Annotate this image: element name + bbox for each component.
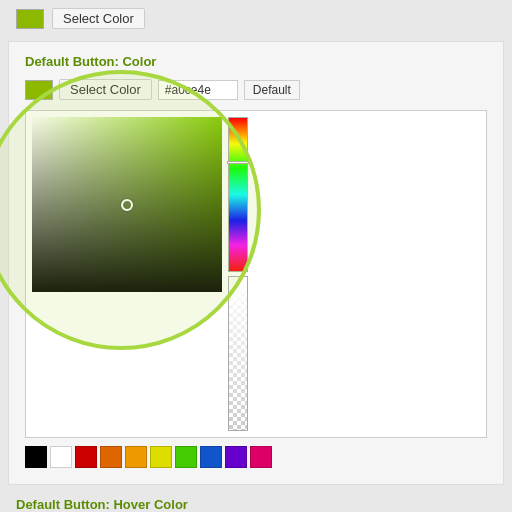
picker-select-color-button[interactable]: Select Color	[59, 79, 152, 100]
top-color-row: Select Color	[0, 0, 512, 37]
picker-swatch[interactable]	[25, 80, 53, 100]
color-swatches-row	[25, 446, 487, 468]
top-select-color-button[interactable]: Select Color	[52, 8, 145, 29]
panel-title: Default Button: Color	[25, 54, 487, 69]
swatch-green[interactable]	[175, 446, 197, 468]
top-color-swatch[interactable]	[16, 9, 44, 29]
hover-title: Default Button: Hover Color	[16, 497, 496, 512]
gradient-canvas[interactable]	[32, 117, 222, 292]
default-button[interactable]: Default	[244, 80, 300, 100]
main-color-panel: Default Button: Color Select Color Defau…	[8, 41, 504, 485]
swatch-white[interactable]	[50, 446, 72, 468]
hex-input[interactable]	[158, 80, 238, 100]
swatch-orange[interactable]	[125, 446, 147, 468]
alpha-strip[interactable]	[228, 276, 248, 431]
swatch-black[interactable]	[25, 446, 47, 468]
gradient-bg[interactable]	[32, 117, 222, 292]
hue-indicator	[227, 161, 249, 164]
swatch-blue[interactable]	[200, 446, 222, 468]
swatch-yellow[interactable]	[150, 446, 172, 468]
hue-strip-container	[228, 117, 248, 431]
page-container: Select Color Default Button: Color Selec…	[0, 0, 512, 512]
color-picker-area	[25, 110, 487, 438]
swatch-dark-orange[interactable]	[100, 446, 122, 468]
swatch-pink[interactable]	[250, 446, 272, 468]
swatch-purple[interactable]	[225, 446, 247, 468]
swatch-red[interactable]	[75, 446, 97, 468]
hue-strip[interactable]	[228, 117, 248, 272]
color-picker-top-row: Select Color Default	[25, 79, 487, 100]
hover-section: Default Button: Hover Color Select Color	[0, 489, 512, 512]
picker-circle[interactable]	[121, 199, 133, 211]
